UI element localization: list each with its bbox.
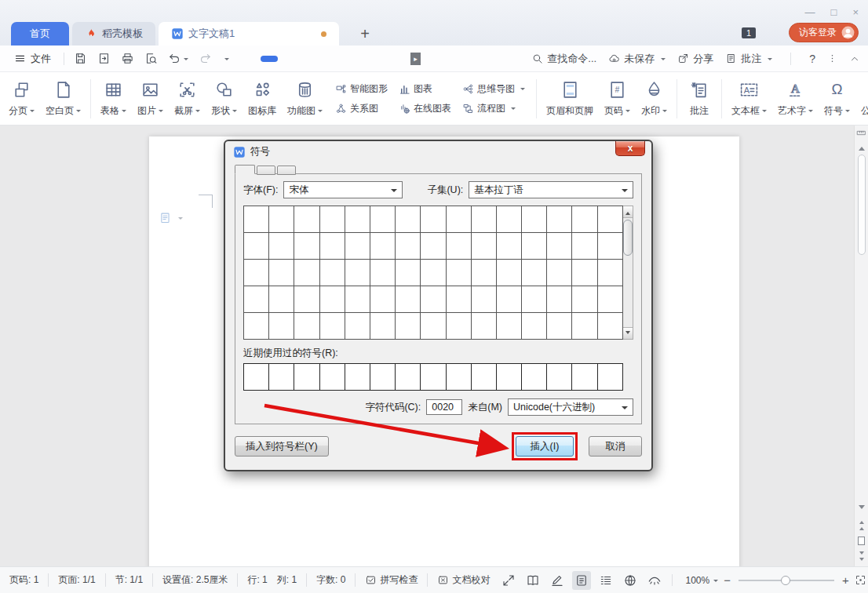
- symbol-cell[interactable]: [244, 233, 269, 260]
- symbol-cell[interactable]: [320, 206, 345, 233]
- scroll-down-arrow[interactable]: [859, 505, 865, 512]
- menu-tab[interactable]: [261, 56, 278, 62]
- dialog-close-button[interactable]: x: [615, 141, 645, 156]
- ribbon-button[interactable]: 批注: [681, 80, 717, 118]
- scroll-up-arrow[interactable]: [859, 144, 865, 151]
- symbol-cell[interactable]: [547, 313, 572, 340]
- symbol-cell[interactable]: [572, 233, 597, 260]
- recent-symbol-cell[interactable]: [370, 364, 396, 391]
- status-item[interactable]: 列: 1: [277, 573, 307, 587]
- print-preview-icon[interactable]: [144, 52, 158, 65]
- view-mode-button[interactable]: [548, 571, 567, 590]
- recent-symbol-cell[interactable]: [421, 364, 446, 391]
- symbol-cell[interactable]: [572, 286, 597, 313]
- zoom-slider[interactable]: [739, 580, 834, 581]
- ribbon-button[interactable]: 页眉和页脚: [541, 80, 599, 118]
- ribbon-small-button[interactable]: 图表: [393, 79, 457, 99]
- recent-symbol-cell[interactable]: [497, 364, 522, 391]
- symbol-cell[interactable]: [472, 233, 497, 260]
- paragraph-marker[interactable]: [159, 212, 183, 225]
- window-tab[interactable]: 稻壳模板: [72, 22, 155, 45]
- menu-tab[interactable]: [392, 56, 410, 62]
- recent-symbol-cell[interactable]: [244, 364, 269, 391]
- dialog-title-bar[interactable]: 符号 x: [225, 141, 651, 162]
- symbol-cell[interactable]: [421, 206, 446, 233]
- ribbon-button[interactable]: 形状: [206, 80, 243, 118]
- menu-tab[interactable]: [336, 56, 353, 62]
- scrollbar-thumb[interactable]: [858, 155, 866, 255]
- symbol-cell[interactable]: [447, 313, 472, 340]
- symbol-cell[interactable]: [472, 260, 497, 286]
- symbol-cell[interactable]: [396, 260, 421, 286]
- symbol-cell[interactable]: [522, 286, 547, 313]
- window-tab[interactable]: 首页: [11, 22, 69, 45]
- recent-symbol-cell[interactable]: [269, 364, 294, 391]
- kebab-menu-icon[interactable]: [827, 53, 837, 64]
- symbol-cell[interactable]: [294, 286, 319, 313]
- symbol-cell[interactable]: [572, 260, 597, 286]
- symbol-cell[interactable]: [522, 206, 547, 233]
- print-icon[interactable]: [121, 52, 134, 65]
- symbol-cell[interactable]: [269, 260, 294, 286]
- symbol-cell[interactable]: [320, 260, 345, 286]
- status-item[interactable]: 页面: 1/1: [58, 573, 105, 587]
- share-button[interactable]: 分享: [677, 52, 713, 66]
- view-mode-button[interactable]: [572, 571, 591, 590]
- symbol-cell[interactable]: [269, 233, 294, 260]
- symbol-cell[interactable]: [396, 286, 421, 313]
- menu-tab[interactable]: [242, 56, 259, 62]
- font-select[interactable]: 宋体: [283, 181, 403, 198]
- ribbon-button[interactable]: 图片: [132, 80, 169, 118]
- insert-button[interactable]: 插入(I): [516, 436, 574, 457]
- symbol-cell[interactable]: [421, 313, 446, 340]
- symbol-cell[interactable]: [497, 206, 522, 233]
- symbol-cell[interactable]: [345, 313, 370, 340]
- recent-symbol-cell[interactable]: [320, 364, 345, 391]
- symbol-cell[interactable]: [370, 286, 396, 313]
- symbol-cell[interactable]: [244, 206, 269, 233]
- symbol-cell[interactable]: [269, 313, 294, 340]
- from-select[interactable]: Unicode(十六进制): [508, 398, 633, 416]
- recent-symbol-cell[interactable]: [572, 364, 597, 391]
- file-menu-button[interactable]: 文件: [14, 52, 51, 66]
- symbol-cell[interactable]: [269, 206, 294, 233]
- help-button[interactable]: ?: [809, 53, 815, 65]
- symbol-cell[interactable]: [547, 286, 572, 313]
- view-mode-button[interactable]: [523, 571, 542, 590]
- search-command[interactable]: 查找命令...: [531, 52, 596, 66]
- dialog-tab[interactable]: [277, 166, 296, 175]
- recent-symbol-cell[interactable]: [345, 364, 370, 391]
- symbol-cell[interactable]: [421, 260, 446, 286]
- symbol-cell[interactable]: [598, 206, 623, 233]
- symbol-cell[interactable]: [294, 233, 319, 260]
- symbol-cell[interactable]: [497, 286, 522, 313]
- previous-page-button[interactable]: [859, 518, 864, 530]
- symbol-cell[interactable]: [598, 233, 623, 260]
- recent-symbol-cell[interactable]: [598, 364, 623, 391]
- menu-tab[interactable]: [279, 56, 297, 62]
- ribbon-small-button[interactable]: 关系图: [330, 99, 393, 118]
- insert-to-symbol-bar-button[interactable]: 插入到符号栏(Y): [235, 436, 329, 457]
- menu-tab[interactable]: [355, 56, 372, 62]
- view-mode-button[interactable]: [596, 571, 615, 590]
- symbol-cell[interactable]: [244, 260, 269, 286]
- symbol-cell[interactable]: [522, 233, 547, 260]
- symbol-cell[interactable]: [447, 286, 472, 313]
- symbol-cell[interactable]: [370, 260, 396, 286]
- tab-count-badge[interactable]: 1: [742, 27, 756, 38]
- dialog-tab[interactable]: [257, 166, 275, 175]
- zoom-level[interactable]: 100%: [685, 575, 709, 586]
- view-mode-button[interactable]: [621, 571, 640, 590]
- ribbon-small-button[interactable]: 在线图表: [393, 99, 457, 118]
- redo-icon[interactable]: [199, 52, 212, 65]
- ribbon-button[interactable]: π 公式: [855, 80, 868, 118]
- symbol-cell[interactable]: [472, 286, 497, 313]
- more-tools-caret[interactable]: [224, 58, 229, 63]
- zoom-in-button[interactable]: +: [838, 573, 853, 587]
- status-item[interactable]: 文档校对: [437, 573, 490, 587]
- ribbon-button[interactable]: 截屏: [169, 80, 206, 118]
- zoom-slider-knob[interactable]: [781, 576, 790, 585]
- charcode-input[interactable]: 0020: [426, 399, 462, 415]
- window-tab[interactable]: 文字文稿1: [159, 22, 339, 45]
- status-item[interactable]: 页码: 1: [9, 573, 49, 587]
